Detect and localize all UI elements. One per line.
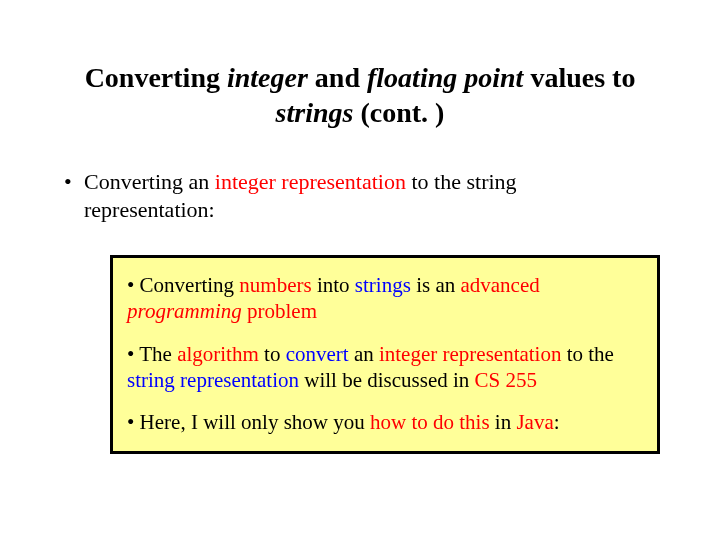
outer-bullet-text: Converting an integer representation to … bbox=[84, 168, 644, 223]
text: Converting bbox=[140, 273, 240, 297]
text-programming: programming bbox=[127, 299, 242, 323]
text-how-to: how to do this bbox=[370, 410, 490, 434]
text-integer-rep: integer representation bbox=[215, 169, 406, 194]
title-text: and bbox=[308, 62, 367, 93]
text-problem: problem bbox=[242, 299, 317, 323]
text: to the bbox=[561, 342, 614, 366]
text: The bbox=[139, 342, 177, 366]
box-item-2: • The algorithm to convert an integer re… bbox=[127, 341, 643, 394]
text: : bbox=[554, 410, 560, 434]
box-item-3: • Here, I will only show you how to do t… bbox=[127, 409, 643, 435]
title-text: values to bbox=[523, 62, 635, 93]
text-string-rep: string representation bbox=[127, 368, 299, 392]
text-cs255: CS 255 bbox=[475, 368, 537, 392]
text: Converting an bbox=[84, 169, 215, 194]
text-advanced: advanced bbox=[460, 273, 539, 297]
text: Here, I will only show you bbox=[140, 410, 370, 434]
bullet-icon: • bbox=[127, 342, 139, 366]
bullet-icon: • bbox=[64, 168, 84, 196]
text: is an bbox=[411, 273, 461, 297]
text: into bbox=[312, 273, 355, 297]
outer-bullet: •Converting an integer representation to… bbox=[64, 168, 660, 223]
text: to bbox=[259, 342, 286, 366]
box-item-1: • Converting numbers into strings is an … bbox=[127, 272, 643, 325]
text-strings: strings bbox=[355, 273, 411, 297]
text-java: Java bbox=[516, 410, 553, 434]
text: an bbox=[349, 342, 379, 366]
text-int-rep: integer representation bbox=[379, 342, 562, 366]
bullet-icon: • bbox=[127, 410, 140, 434]
text-algorithm: algorithm bbox=[177, 342, 259, 366]
title-text: Converting bbox=[85, 62, 227, 93]
text: in bbox=[490, 410, 517, 434]
text-numbers: numbers bbox=[239, 273, 311, 297]
bullet-icon: • bbox=[127, 273, 140, 297]
title-cont: (cont. ) bbox=[353, 97, 444, 128]
title-strings: strings bbox=[276, 97, 354, 128]
title-integer: integer bbox=[227, 62, 308, 93]
text-convert: convert bbox=[286, 342, 349, 366]
highlight-box: • Converting numbers into strings is an … bbox=[110, 255, 660, 454]
title-floating-point: floating point bbox=[367, 62, 523, 93]
slide-title: Converting integer and floating point va… bbox=[60, 60, 660, 130]
slide: Converting integer and floating point va… bbox=[0, 0, 720, 540]
text: will be discussed in bbox=[299, 368, 475, 392]
